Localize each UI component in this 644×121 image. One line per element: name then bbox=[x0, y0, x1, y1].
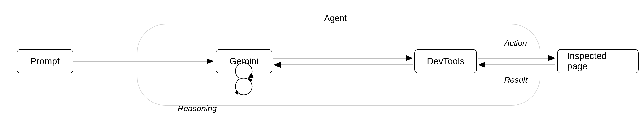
label-action: Action bbox=[504, 38, 527, 48]
label-result: Result bbox=[504, 75, 527, 84]
node-prompt: Prompt bbox=[16, 49, 73, 73]
node-gemini: Gemini bbox=[216, 49, 272, 73]
agent-container bbox=[137, 24, 540, 106]
label-reasoning: Reasoning bbox=[178, 104, 217, 113]
agent-label: Agent bbox=[324, 13, 347, 23]
node-devtools: DevTools bbox=[414, 49, 477, 73]
node-inspected: Inspected page bbox=[557, 49, 639, 73]
